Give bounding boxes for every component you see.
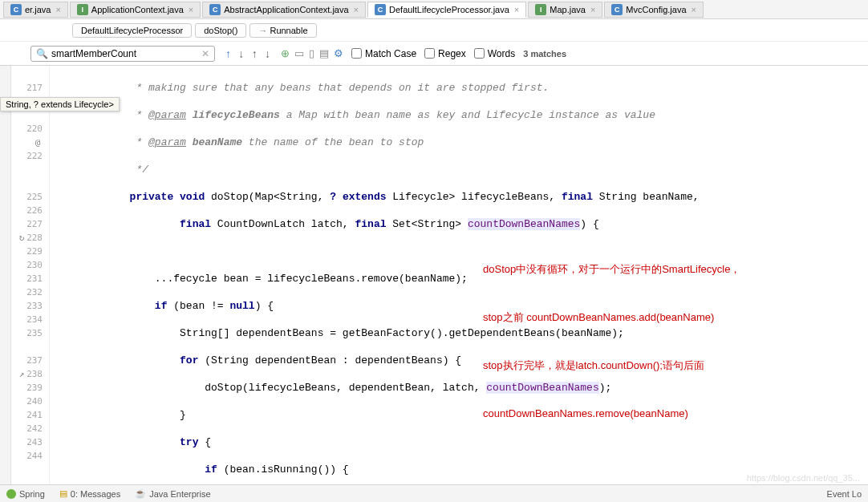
next-match-icon[interactable]: ↓	[238, 47, 244, 60]
class-icon: C	[10, 4, 22, 15]
breadcrumb: DefaultLifecycleProcessor doStop() Runna…	[0, 19, 868, 42]
select-all-icon[interactable]: ▭	[294, 47, 304, 59]
prev-icon[interactable]: ↑	[252, 47, 258, 60]
match-case-check[interactable]: Match Case	[351, 48, 416, 59]
tab-defaultlifecycle[interactable]: CDefaultLifecycleProcessor.java×	[367, 2, 526, 18]
words-check[interactable]: Words	[474, 48, 515, 59]
spring-tool[interactable]: Spring	[6, 489, 45, 499]
regex-check[interactable]: Regex	[424, 48, 466, 59]
tab-abstractapp[interactable]: CAbstractApplicationContext.java×	[202, 2, 366, 18]
tab-er[interactable]: Cer.java×	[3, 2, 68, 18]
search-tools: ⊕ ▭ ▯ ▤ ⚙	[281, 47, 343, 59]
clear-icon[interactable]: ✕	[201, 48, 209, 59]
search-input[interactable]	[51, 48, 201, 59]
prev-match-icon[interactable]: ↑	[225, 47, 231, 60]
messages-tool[interactable]: ▤0: Messages	[59, 488, 120, 499]
crumb-return[interactable]: Runnable	[249, 23, 316, 38]
add-selection-icon[interactable]: ⊕	[281, 47, 290, 59]
status-bar: Spring ▤0: Messages ☕Java Enterprise Eve…	[0, 484, 868, 502]
error-stripe	[0, 66, 11, 502]
code-annotation: doStop中没有循环，对于一个运行中的SmartLifecycle， stop…	[483, 229, 828, 454]
class-icon: C	[209, 4, 221, 15]
tab-appcontext[interactable]: IApplicationContext.java×	[70, 2, 201, 18]
search-bar: 🔍 ✕ ↑ ↓ ↑ ↓ ⊕ ▭ ▯ ▤ ⚙ Match Case Regex W…	[0, 42, 868, 66]
code-area[interactable]: * making sure that any beans that depend…	[50, 66, 868, 502]
search-icon: 🔍	[36, 48, 48, 59]
close-icon[interactable]: ×	[692, 5, 696, 14]
java-ee-tool[interactable]: ☕Java Enterprise	[135, 488, 210, 499]
close-icon[interactable]: ×	[354, 5, 359, 14]
tab-map[interactable]: IMap.java×	[528, 2, 602, 18]
crumb-class[interactable]: DefaultLifecycleProcessor	[72, 23, 192, 38]
next-icon[interactable]: ↓	[265, 47, 270, 60]
settings-icon[interactable]: ⚙	[334, 47, 343, 59]
filter-icon[interactable]: ▤	[319, 47, 329, 59]
toggle-icon[interactable]: ▯	[309, 47, 314, 59]
messages-icon: ▤	[59, 488, 67, 499]
class-icon: C	[375, 4, 386, 15]
close-icon[interactable]: ×	[590, 5, 595, 14]
parameter-hint: String, ? extends Lifecycle>	[0, 97, 120, 111]
gutter: 217218220@222225226227↻22822923023123223…	[11, 66, 50, 502]
close-icon[interactable]: ×	[514, 5, 519, 14]
search-input-box[interactable]: 🔍 ✕	[30, 46, 215, 62]
match-count: 3 matches	[523, 49, 566, 59]
watermark: https://blog.csdn.net/qq_35...	[747, 473, 860, 483]
spring-icon	[6, 489, 16, 499]
close-icon[interactable]: ×	[189, 5, 193, 14]
editor-tabs: Cer.java× IApplicationContext.java× CAbs…	[0, 0, 868, 19]
code-editor[interactable]: 217218220@222225226227↻22822923023123223…	[0, 66, 868, 502]
interface-icon: I	[535, 4, 546, 15]
java-icon: ☕	[135, 488, 146, 499]
close-icon[interactable]: ×	[55, 5, 60, 14]
event-log[interactable]: Event Lo	[827, 489, 862, 499]
class-icon: C	[611, 4, 623, 15]
crumb-method[interactable]: doStop()	[195, 23, 246, 38]
interface-icon: I	[77, 4, 88, 15]
search-nav: ↑ ↓ ↑ ↓	[223, 47, 273, 60]
tab-mvcconfig[interactable]: CMvcConfig.java×	[604, 2, 704, 18]
